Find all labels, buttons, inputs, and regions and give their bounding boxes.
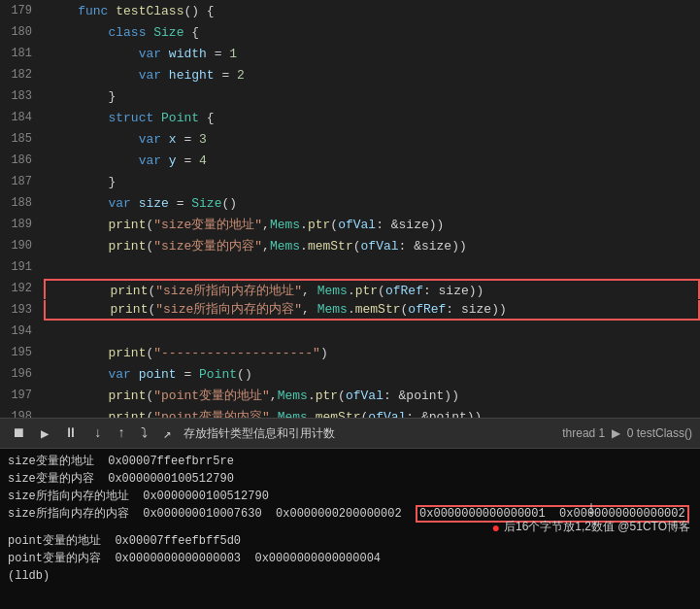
code-line-190: 190 print("size变量的内容",Mems.memStr(ofVal:… — [0, 235, 700, 256]
line-content: } — [44, 175, 700, 189]
code-line-179: 179 func testClass() { — [0, 0, 700, 21]
line-number: 183 — [0, 89, 44, 103]
line-content: print("size所指向内存的内容", Mems.memStr(ofRef:… — [44, 300, 700, 321]
thread-detail: thread 1 — [562, 426, 605, 440]
line-number: 187 — [0, 175, 44, 188]
annotation-label: ↓●后16个字节放1,2数值 @51CTO博客 — [492, 497, 690, 535]
line-content: } — [44, 89, 700, 104]
console-line: size变量的地址 0x00007ffeefbrr5re — [8, 453, 692, 470]
line-content: var height = 2 — [44, 68, 700, 83]
annotation-text: 后16个字节放1,2数值 @51CTO博客 — [504, 519, 690, 535]
line-content: print("size变量的内容",Mems.memStr(ofVal: &si… — [44, 237, 700, 254]
line-content: print("point变量的内容",Mems.memStr(ofVal: &p… — [44, 408, 700, 418]
line-content: var width = 1 — [44, 47, 700, 61]
console-line: (lldb) — [8, 567, 692, 585]
line-number: 179 — [0, 4, 44, 17]
line-content: class Size { — [44, 25, 700, 40]
line-number: 185 — [0, 132, 44, 146]
code-line-195: 195 print("--------------------") — [0, 342, 700, 363]
line-content: var y = 4 — [44, 153, 700, 168]
line-number: 192 — [0, 282, 44, 295]
line-content: var point = Point() — [44, 367, 700, 382]
arrow-down-icon: ↓ — [586, 497, 596, 517]
thread-info: thread 1 ▶ 0 testClass() — [562, 426, 692, 440]
code-line-182: 182 var height = 2 — [0, 64, 700, 85]
line-number: 191 — [0, 260, 44, 274]
code-line-197: 197 print("point变量的地址",Mems.ptr(ofVal: &… — [0, 385, 700, 406]
toolbar-label: 存放指针类型信息和引用计数 — [183, 425, 335, 442]
debug-toolbar: ⏹ ▶ ⏸ ↓ ↑ ⤵ ↗ 存放指针类型信息和引用计数 thread 1 ▶ 0… — [0, 418, 700, 449]
line-number: 189 — [0, 218, 44, 231]
console-line: size变量的内容 0x0000000100512790 — [8, 470, 692, 488]
code-line-189: 189 print("size变量的地址",Mems.ptr(ofVal: &s… — [0, 214, 700, 235]
code-line-192: 192 print("size所指向内存的地址", Mems.ptr(ofRef… — [0, 278, 700, 299]
code-line-180: 180 class Size { — [0, 21, 700, 43]
code-line-198: 198 print("point变量的内容",Mems.memStr(ofVal… — [0, 406, 700, 418]
red-dot-icon: ● — [492, 520, 500, 535]
line-number: 190 — [0, 239, 44, 253]
console-line: point变量的内容 0x0000000000000003 0x00000000… — [8, 550, 692, 567]
line-number: 181 — [0, 47, 44, 60]
code-line-185: 185 var x = 3 — [0, 128, 700, 150]
continue-button[interactable]: ▶ — [37, 423, 52, 444]
line-number: 180 — [0, 25, 44, 39]
line-number: 193 — [0, 303, 44, 317]
code-line-183: 183 } — [0, 85, 700, 107]
code-line-187: 187 } — [0, 171, 700, 192]
line-content: print("point变量的地址",Mems.ptr(ofVal: &poin… — [44, 387, 700, 404]
line-number: 188 — [0, 196, 44, 210]
line-content: print("size变量的地址",Mems.ptr(ofVal: &size)… — [44, 216, 700, 233]
line-number: 194 — [0, 324, 44, 338]
console-area: size变量的地址 0x00007ffeefbrr5resize变量的内容 0x… — [0, 449, 700, 609]
line-number: 195 — [0, 346, 44, 359]
code-line-191: 191 — [0, 256, 700, 278]
step-over-button[interactable]: ↓ — [89, 423, 105, 443]
code-line-186: 186 var y = 4 — [0, 150, 700, 171]
line-content: print("size所指向内存的地址", Mems.ptr(ofRef: si… — [44, 279, 700, 299]
pause-button[interactable]: ⏸ — [60, 423, 82, 443]
code-line-188: 188 var size = Size() — [0, 192, 700, 214]
line-number: 184 — [0, 111, 44, 124]
code-line-181: 181 var width = 1 — [0, 43, 700, 64]
line-number: 182 — [0, 68, 44, 82]
stack-detail: 0 testClass() — [627, 426, 692, 440]
stop-button[interactable]: ⏹ — [8, 423, 29, 443]
line-content: struct Point { — [44, 111, 700, 125]
line-content: var size = Size() — [44, 196, 700, 211]
line-content: var x = 3 — [44, 132, 700, 147]
code-line-193: 193 print("size所指向内存的内容", Mems.memStr(of… — [0, 299, 700, 321]
code-line-184: 184 struct Point { — [0, 107, 700, 128]
code-line-194: 194 — [0, 321, 700, 342]
line-content: print("--------------------") — [44, 346, 700, 360]
code-line-196: 196 var point = Point() — [0, 363, 700, 385]
line-content: func testClass() { — [44, 4, 700, 18]
step-out-button[interactable]: ⤵ — [137, 423, 151, 443]
code-editor: 179 func testClass() {180 class Size {18… — [0, 0, 700, 418]
line-number: 197 — [0, 389, 44, 402]
jump-button[interactable]: ↗ — [159, 423, 175, 444]
line-number: 196 — [0, 367, 44, 381]
line-number: 186 — [0, 153, 44, 167]
step-in-button[interactable]: ↑ — [114, 423, 129, 443]
line-number: 198 — [0, 410, 44, 418]
